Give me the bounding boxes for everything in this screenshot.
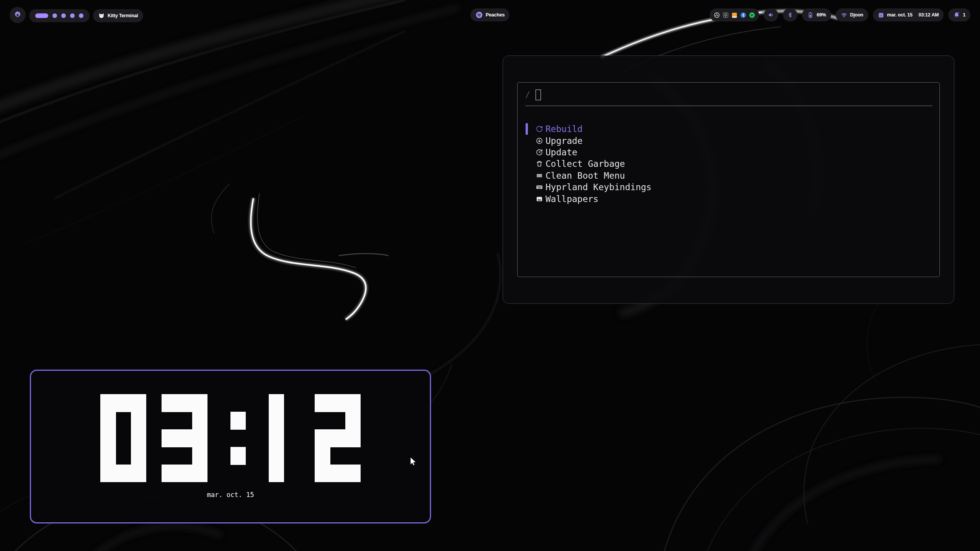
- menu-list: Rebuild Upgrade Update: [526, 123, 932, 205]
- network-ssid: Djoon: [850, 12, 863, 18]
- launcher-button[interactable]: [10, 7, 26, 23]
- active-window-title: Kitty Terminal: [108, 13, 138, 18]
- spotify-icon: [475, 11, 483, 19]
- menu-item-label: Rebuild: [546, 124, 583, 134]
- clock-glyph-2: [315, 394, 361, 482]
- network-pill[interactable]: Djoon: [836, 8, 868, 21]
- bar-left-group: Kitty Terminal: [10, 8, 143, 23]
- menu-item-upgrade[interactable]: Upgrade: [526, 135, 932, 146]
- menu-item-label: Clean Boot Menu: [546, 171, 625, 181]
- workspace-dot-2[interactable]: [52, 13, 57, 18]
- menu-item-clean-boot-menu[interactable]: Clean Boot Menu: [526, 170, 932, 181]
- menu-item-wallpapers[interactable]: Wallpapers: [526, 193, 932, 204]
- rebuild-icon: [536, 125, 543, 133]
- battery-percent: 69%: [817, 12, 826, 18]
- workspace-dot-1[interactable]: [35, 13, 48, 18]
- cat-icon: [98, 12, 105, 19]
- calendar-icon: [878, 12, 884, 18]
- workspace-dot-5[interactable]: [79, 13, 83, 18]
- menu-item-label: Update: [546, 147, 577, 157]
- mouse-cursor: [407, 456, 418, 467]
- battery-pill[interactable]: 69%: [802, 8, 831, 21]
- clock-glyph-3: [162, 394, 207, 482]
- launcher-menu-inner: / Rebuild Upgrade: [517, 82, 940, 277]
- datetime-date: mar. oct. 15: [887, 12, 912, 18]
- clock-time-display: [100, 394, 361, 482]
- bluetooth-button[interactable]: [783, 8, 797, 21]
- tray-bluetooth-icon[interactable]: [740, 12, 746, 18]
- update-icon: [536, 148, 543, 156]
- search-input[interactable]: /: [525, 87, 541, 103]
- datetime-time: 03:12 AM: [918, 12, 939, 18]
- bar-right-group: 69% Djoon: [710, 8, 970, 21]
- bell-icon: [953, 11, 960, 18]
- upgrade-icon: [536, 137, 543, 145]
- tray-keepassxc-icon[interactable]: [722, 12, 729, 18]
- bluetooth-icon: [787, 11, 794, 18]
- bar-center-group: Peaches: [470, 8, 510, 21]
- notifications-count: 1: [963, 12, 965, 18]
- menu-item-label: Hyprland Keybindings: [546, 182, 652, 192]
- menu-item-label: Wallpapers: [546, 194, 598, 204]
- battery-icon: [807, 11, 814, 18]
- keyboard-icon: [536, 183, 543, 191]
- clock-widget: mar. oct. 15: [30, 370, 431, 523]
- image-icon: [536, 195, 543, 203]
- volume-button[interactable]: [764, 8, 778, 21]
- menu-item-label: Upgrade: [546, 136, 583, 146]
- media-pill[interactable]: Peaches: [470, 8, 510, 21]
- list-icon: [536, 172, 543, 179]
- menu-item-hyprland-keybindings[interactable]: Hyprland Keybindings: [526, 181, 932, 193]
- tray-files-icon[interactable]: [731, 12, 738, 18]
- active-window-pill[interactable]: Kitty Terminal: [93, 9, 143, 22]
- speaker-icon: [768, 11, 774, 18]
- desktop: Kitty Terminal Peaches: [0, 0, 980, 551]
- tray-obs-icon[interactable]: [714, 12, 720, 18]
- workspace-dot-3[interactable]: [61, 13, 66, 18]
- notifications-pill[interactable]: 1: [948, 8, 970, 21]
- clock-glyph-colon: [230, 394, 246, 482]
- trash-icon: [536, 160, 543, 168]
- system-tray: [710, 8, 759, 21]
- search-prompt: /: [525, 90, 530, 99]
- menu-item-label: Collect Garbage: [546, 159, 625, 169]
- datetime-pill[interactable]: mar. oct. 15 03:12 AM: [873, 8, 944, 21]
- text-cursor: [536, 90, 541, 100]
- wifi-icon: [841, 11, 848, 18]
- launcher-menu-panel: / Rebuild Upgrade: [503, 55, 954, 304]
- clock-date: mar. oct. 15: [31, 491, 430, 499]
- search-separator: [525, 106, 933, 106]
- menu-item-rebuild[interactable]: Rebuild: [526, 123, 932, 135]
- menu-item-collect-garbage[interactable]: Collect Garbage: [526, 158, 932, 170]
- clock-glyph-0: [100, 394, 146, 482]
- nix-gear-icon: [13, 11, 22, 19]
- clock-glyph-1: [269, 394, 284, 482]
- workspace-dot-4[interactable]: [70, 13, 75, 18]
- tray-spotify-icon[interactable]: [749, 12, 755, 18]
- media-title: Peaches: [486, 12, 505, 18]
- selection-indicator: [526, 123, 528, 135]
- menu-item-update[interactable]: Update: [526, 147, 932, 158]
- workspaces-pill: [29, 9, 90, 22]
